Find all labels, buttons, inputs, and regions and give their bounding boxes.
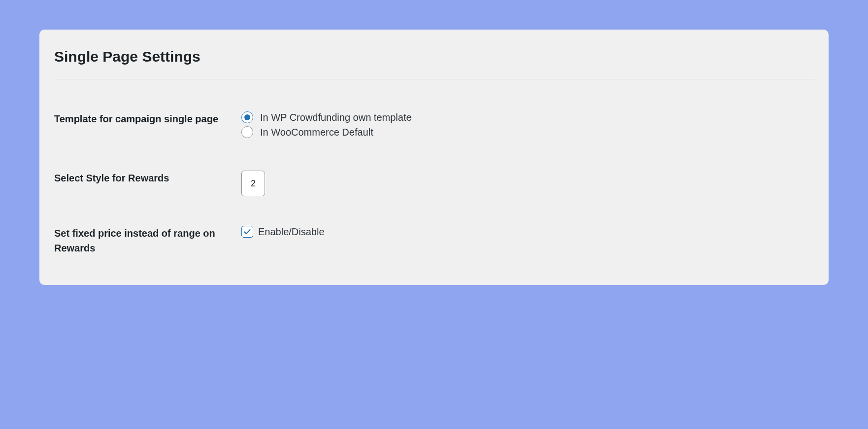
checkbox-row-fixed-price: Enable/Disable	[241, 226, 814, 238]
select-rewards-style-wrap: 2	[241, 171, 265, 196]
radio-woocommerce[interactable]	[241, 126, 253, 138]
checkbox-fixed-price[interactable]	[241, 226, 253, 238]
radio-wp-crowdfunding[interactable]	[241, 111, 253, 123]
select-rewards-style[interactable]: 2	[241, 171, 265, 196]
control-template: In WP Crowdfunding own template In WooCo…	[241, 111, 814, 171]
row-fixed-price: Set fixed price instead of range on Rewa…	[54, 226, 814, 255]
row-rewards-style: Select Style for Rewards 2	[54, 171, 814, 226]
settings-form-table: Template for campaign single page In WP …	[54, 111, 814, 255]
section-title: Single Page Settings	[54, 48, 814, 65]
control-fixed-price: Enable/Disable	[241, 226, 814, 255]
label-rewards-style: Select Style for Rewards	[54, 171, 241, 226]
label-template: Template for campaign single page	[54, 111, 241, 171]
radio-row-wp-crowdfunding: In WP Crowdfunding own template	[241, 111, 814, 123]
checkmark-icon	[243, 228, 251, 236]
settings-panel: Single Page Settings Template for campai…	[39, 30, 829, 285]
radio-label-woocommerce[interactable]: In WooCommerce Default	[260, 127, 373, 138]
control-rewards-style: 2	[241, 171, 814, 226]
checkbox-label-fixed-price[interactable]: Enable/Disable	[258, 226, 325, 238]
radio-label-wp-crowdfunding[interactable]: In WP Crowdfunding own template	[260, 112, 412, 123]
label-fixed-price: Set fixed price instead of range on Rewa…	[54, 226, 241, 255]
section-divider	[54, 79, 814, 79]
radio-row-woocommerce: In WooCommerce Default	[241, 126, 814, 138]
row-template: Template for campaign single page In WP …	[54, 111, 814, 171]
